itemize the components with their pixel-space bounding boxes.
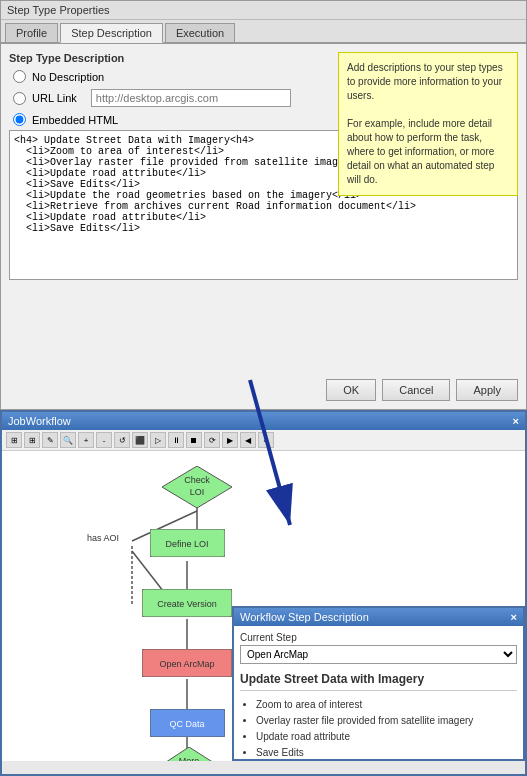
step-type-properties-panel: Step Type Properties Profile Step Descri… — [0, 0, 527, 410]
step-desc-title-bar: Workflow Step Description × — [234, 608, 523, 626]
tab-content-step-description: Step Type Description No Description URL… — [1, 44, 526, 290]
list-item: Update road attribute — [256, 729, 517, 745]
toolbar-btn-15[interactable]: ≡ — [258, 432, 274, 448]
more-edits-node[interactable]: More Edits? — [157, 747, 222, 761]
toolbar-btn-11[interactable]: ⏹ — [186, 432, 202, 448]
qc-data-node[interactable]: QC Data — [150, 709, 225, 739]
embedded-html-radio[interactable] — [13, 113, 26, 126]
toolbar-btn-12[interactable]: ⟳ — [204, 432, 220, 448]
toolbar-btn-1[interactable]: ⊞ — [6, 432, 22, 448]
has-aoi-label: has AOI — [87, 533, 119, 543]
workflow-title-bar: JobWorkflow × — [2, 412, 525, 430]
workflow-canvas: Check LOI has AOI Define LOI Create Vers… — [2, 451, 525, 761]
define-loi-node[interactable]: Define LOI — [150, 529, 225, 559]
step-desc-list: Zoom to area of interest Overlay raster … — [240, 697, 517, 761]
tooltip-text2: For example, include more detail about h… — [347, 117, 509, 187]
tab-profile[interactable]: Profile — [5, 23, 58, 42]
toolbar-btn-3[interactable]: ✎ — [42, 432, 58, 448]
toolbar-btn-5[interactable]: + — [78, 432, 94, 448]
open-arcmap-node[interactable]: Open ArcMap — [142, 649, 232, 679]
svg-text:Check: Check — [184, 475, 210, 485]
list-item: Overlay raster file provided from satell… — [256, 713, 517, 729]
toolbar-btn-10[interactable]: ⏸ — [168, 432, 184, 448]
url-link-radio[interactable] — [13, 92, 26, 105]
svg-text:More: More — [179, 756, 200, 761]
step-desc-heading: Update Street Data with Imagery — [240, 672, 517, 691]
check-loi-node[interactable]: Check LOI — [162, 466, 232, 510]
url-link-label: URL Link — [32, 92, 77, 104]
svg-text:Open ArcMap: Open ArcMap — [159, 659, 214, 669]
toolbar-btn-13[interactable]: ▶ — [222, 432, 238, 448]
workflow-toolbar: ⊞ ⊞ ✎ 🔍 + - ↺ ⬛ ▷ ⏸ ⏹ ⟳ ▶ ◀ ≡ — [2, 430, 525, 451]
tooltip-text1: Add descriptions to your step types to p… — [347, 61, 509, 103]
step-desc-body: Current Step Open ArcMap Update Street D… — [234, 626, 523, 761]
toolbar-btn-7[interactable]: ↺ — [114, 432, 130, 448]
toolbar-btn-8[interactable]: ⬛ — [132, 432, 148, 448]
job-workflow-panel: JobWorkflow × ⊞ ⊞ ✎ 🔍 + - ↺ ⬛ ▷ ⏸ ⏹ ⟳ ▶ … — [0, 410, 527, 776]
current-step-label: Current Step — [240, 632, 517, 643]
tooltip-box: Add descriptions to your step types to p… — [338, 52, 518, 196]
no-description-radio[interactable] — [13, 70, 26, 83]
toolbar-btn-4[interactable]: 🔍 — [60, 432, 76, 448]
current-step-select[interactable]: Open ArcMap — [240, 645, 517, 664]
no-description-label: No Description — [32, 71, 104, 83]
tab-execution[interactable]: Execution — [165, 23, 235, 42]
svg-text:LOI: LOI — [190, 487, 205, 497]
button-bar: OK Cancel Apply — [326, 379, 518, 401]
svg-text:QC Data: QC Data — [169, 719, 204, 729]
step-description-popup: Workflow Step Description × Current Step… — [232, 606, 525, 761]
svg-text:Define LOI: Define LOI — [165, 539, 208, 549]
embedded-html-label: Embedded HTML — [32, 114, 118, 126]
workflow-close-btn[interactable]: × — [513, 415, 519, 427]
toolbar-btn-9[interactable]: ▷ — [150, 432, 166, 448]
ok-button[interactable]: OK — [326, 379, 376, 401]
url-input[interactable] — [91, 89, 291, 107]
toolbar-btn-14[interactable]: ◀ — [240, 432, 256, 448]
step-desc-title: Workflow Step Description — [240, 611, 369, 623]
tab-bar: Profile Step Description Execution — [1, 20, 526, 44]
apply-button[interactable]: Apply — [456, 379, 518, 401]
list-item: Save Edits — [256, 745, 517, 761]
create-version-node[interactable]: Create Version — [142, 589, 232, 619]
toolbar-btn-6[interactable]: - — [96, 432, 112, 448]
list-item: Zoom to area of interest — [256, 697, 517, 713]
top-panel-title: Step Type Properties — [1, 1, 526, 20]
svg-text:Create Version: Create Version — [157, 599, 217, 609]
toolbar-btn-2[interactable]: ⊞ — [24, 432, 40, 448]
step-desc-close-btn[interactable]: × — [511, 611, 517, 623]
tab-step-description[interactable]: Step Description — [60, 23, 163, 43]
workflow-title: JobWorkflow — [8, 415, 71, 427]
cancel-button[interactable]: Cancel — [382, 379, 450, 401]
